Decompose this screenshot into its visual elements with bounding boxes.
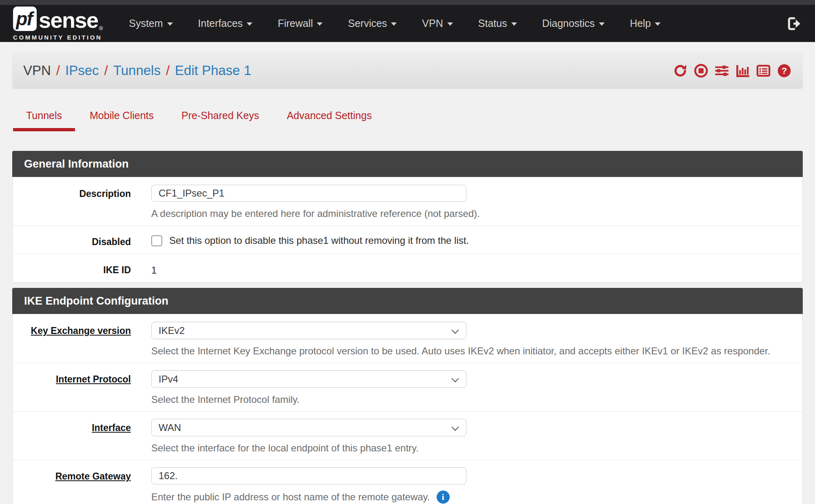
disabled-label: Disabled bbox=[24, 233, 131, 248]
nav-item-firewall[interactable]: Firewall bbox=[278, 18, 322, 29]
nav-item-label: Diagnostics bbox=[542, 18, 595, 29]
nav-item-services[interactable]: Services bbox=[348, 18, 397, 29]
section-general-information: General Information Description A descri… bbox=[12, 151, 803, 283]
nav-item-label: Firewall bbox=[278, 18, 313, 29]
section-title: IKE Endpoint Configuration bbox=[12, 288, 803, 314]
sliders-icon[interactable] bbox=[714, 63, 729, 78]
nav-item-label: Help bbox=[630, 18, 651, 29]
remote-gateway-help: Enter the public IP address or host name… bbox=[151, 491, 466, 504]
row-interface: Interface WAN Select the interface for t… bbox=[13, 412, 802, 460]
breadcrumb-panel: VPN / IPsec / Tunnels / Edit Phase 1 ? bbox=[12, 53, 803, 88]
nav-item-label: Services bbox=[348, 18, 387, 29]
description-help: A description may be entered here for ad… bbox=[151, 208, 480, 219]
tab-mobile-clients[interactable]: Mobile Clients bbox=[76, 110, 168, 131]
chevron-down-icon bbox=[599, 22, 605, 26]
nav-item-label: VPN bbox=[422, 18, 443, 29]
select-value: WAN bbox=[159, 422, 181, 433]
breadcrumb-separator: / bbox=[56, 63, 60, 78]
info-icon[interactable]: i bbox=[437, 491, 450, 504]
nav-item-diagnostics[interactable]: Diagnostics bbox=[542, 18, 605, 29]
chevron-down-icon bbox=[317, 22, 322, 26]
pfsense-logo[interactable]: pf sense ® COMMUNITY EDITION bbox=[13, 7, 103, 41]
chevron-down-icon bbox=[655, 22, 660, 26]
bar-chart-icon[interactable] bbox=[735, 63, 750, 78]
registered-mark: ® bbox=[99, 26, 103, 31]
breadcrumb-separator: / bbox=[104, 63, 108, 78]
sense-logo-text: sense bbox=[39, 9, 98, 31]
row-internet-protocol: Internet Protocol IPv4 Select the Intern… bbox=[13, 363, 802, 412]
internet-protocol-select[interactable]: IPv4 bbox=[151, 370, 466, 388]
key-exchange-version-select[interactable]: IKEv2 bbox=[151, 322, 466, 339]
chevron-down-icon bbox=[167, 22, 173, 26]
internet-protocol-label: Internet Protocol bbox=[24, 370, 131, 405]
nav-item-label: Status bbox=[478, 18, 507, 29]
description-label: Description bbox=[24, 185, 131, 219]
interface-label: Interface bbox=[24, 419, 131, 454]
pf-logo-icon: pf bbox=[13, 7, 37, 31]
section-body: Description A description may be entered… bbox=[12, 177, 803, 283]
chevron-down-icon bbox=[511, 22, 517, 26]
nav-item-interfaces[interactable]: Interfaces bbox=[198, 18, 253, 29]
help-text: Select the Internet Protocol family. bbox=[151, 394, 300, 405]
tab-pre-shared-keys[interactable]: Pre-Shared Keys bbox=[168, 110, 273, 131]
ike-id-label: IKE ID bbox=[24, 261, 131, 276]
section-body: Key Exchange version IKEv2 Select the In… bbox=[12, 314, 803, 504]
disabled-checkbox[interactable] bbox=[151, 235, 162, 246]
help-circle-icon[interactable]: ? bbox=[777, 63, 792, 78]
select-value: IKEv2 bbox=[159, 325, 185, 336]
row-description: Description A description may be entered… bbox=[13, 178, 802, 226]
chevron-down-icon bbox=[447, 22, 453, 26]
community-edition-label: COMMUNITY EDITION bbox=[13, 34, 103, 41]
pf-logo-text: pf bbox=[16, 8, 33, 30]
nav-item-status[interactable]: Status bbox=[478, 18, 517, 29]
breadcrumb-separator: / bbox=[166, 63, 170, 78]
chevron-down-icon bbox=[451, 423, 459, 431]
refresh-icon[interactable] bbox=[673, 63, 688, 78]
row-key-exchange-version: Key Exchange version IKEv2 Select the In… bbox=[13, 315, 802, 363]
interface-select[interactable]: WAN bbox=[151, 419, 466, 436]
chevron-down-icon bbox=[247, 22, 252, 26]
help-text: Select the Internet Key Exchange protoco… bbox=[151, 345, 770, 357]
chevron-down-icon bbox=[391, 22, 397, 26]
browser-top-strip bbox=[0, 0, 815, 5]
help-text: Select the interface for the local endpo… bbox=[151, 442, 419, 454]
breadcrumb-link-tunnels[interactable]: Tunnels bbox=[113, 63, 161, 78]
tab-advanced-settings[interactable]: Advanced Settings bbox=[273, 110, 385, 131]
pfsense-logo-row: pf sense ® bbox=[13, 7, 103, 31]
ike-id-value: 1 bbox=[151, 261, 157, 276]
nav-menu: System Interfaces Firewall Services VPN … bbox=[129, 18, 660, 29]
help-text: Enter the public IP address or host name… bbox=[151, 491, 430, 503]
chevron-down-icon bbox=[451, 375, 459, 382]
nav-item-system[interactable]: System bbox=[129, 18, 172, 29]
internet-protocol-help: Select the Internet Protocol family. bbox=[151, 394, 466, 405]
row-remote-gateway: Remote Gateway Enter the public IP addre… bbox=[13, 460, 802, 504]
help-text: A description may be entered here for ad… bbox=[151, 208, 480, 219]
tab-bar: Tunnels Mobile Clients Pre-Shared Keys A… bbox=[12, 110, 803, 131]
nav-item-help[interactable]: Help bbox=[630, 18, 660, 29]
key-exchange-version-help: Select the Internet Key Exchange protoco… bbox=[151, 345, 770, 357]
remote-gateway-input[interactable] bbox=[151, 467, 466, 484]
breadcrumb-link-edit-phase1[interactable]: Edit Phase 1 bbox=[175, 63, 251, 78]
row-disabled: Disabled Set this option to disable this… bbox=[13, 226, 802, 254]
breadcrumb: VPN / IPsec / Tunnels / Edit Phase 1 bbox=[23, 63, 251, 78]
disabled-checkbox-label: Set this option to disable this phase1 w… bbox=[169, 235, 469, 246]
section-ike-endpoint-configuration: IKE Endpoint Configuration Key Exchange … bbox=[12, 288, 803, 504]
nav-item-label: Interfaces bbox=[198, 18, 243, 29]
interface-help: Select the interface for the local endpo… bbox=[151, 442, 466, 454]
description-input[interactable] bbox=[151, 185, 466, 202]
stop-circle-icon[interactable] bbox=[694, 63, 709, 78]
list-icon[interactable] bbox=[756, 63, 771, 78]
tab-tunnels[interactable]: Tunnels bbox=[12, 110, 76, 131]
nav-item-vpn[interactable]: VPN bbox=[422, 18, 453, 29]
remote-gateway-label: Remote Gateway bbox=[24, 467, 131, 504]
breadcrumb-link-ipsec[interactable]: IPsec bbox=[65, 63, 99, 78]
select-value: IPv4 bbox=[159, 374, 178, 385]
row-ike-id: IKE ID 1 bbox=[13, 254, 802, 282]
svg-text:?: ? bbox=[782, 66, 787, 76]
chevron-down-icon bbox=[451, 326, 459, 334]
page-action-icons: ? bbox=[673, 63, 792, 78]
sign-out-icon[interactable] bbox=[786, 15, 802, 32]
nav-item-label: System bbox=[129, 18, 163, 29]
key-exchange-version-label: Key Exchange version bbox=[24, 322, 131, 357]
navbar: pf sense ® COMMUNITY EDITION System Inte… bbox=[0, 5, 815, 42]
